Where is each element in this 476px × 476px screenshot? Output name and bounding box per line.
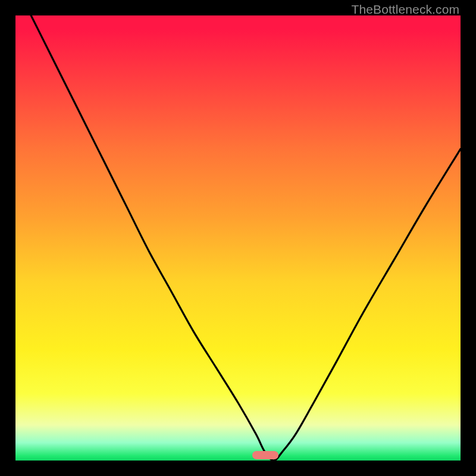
bottleneck-curve [15,15,461,461]
plot-area [15,15,461,461]
chart-frame: TheBottleneck.com [0,0,476,476]
watermark-text: TheBottleneck.com [352,2,459,17]
minimum-marker-pill [252,451,278,459]
